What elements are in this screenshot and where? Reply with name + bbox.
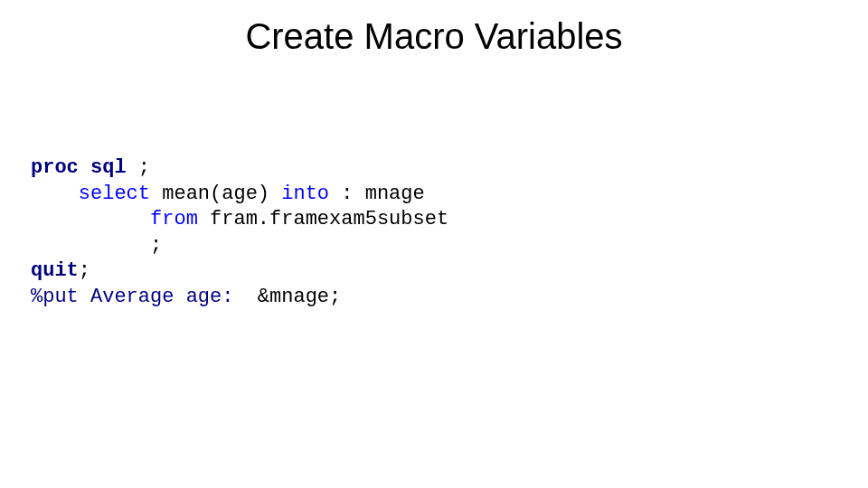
kw-from: from — [150, 208, 198, 230]
kw-quit: quit — [31, 259, 79, 282]
semicolon: ; — [150, 234, 162, 257]
macro-put: %put — [31, 286, 79, 308]
macro-var: : mnage — [329, 183, 425, 205]
kw-proc: proc — [31, 156, 79, 179]
slide-title: Create Macro Variables — [0, 16, 868, 57]
kw-select: select — [79, 183, 150, 205]
put-text: Average age: — [79, 286, 258, 308]
dataset-name: fram.framexam5subset — [198, 208, 448, 230]
slide: Create Macro Variables proc sql ; select… — [0, 0, 868, 488]
kw-sql: sql — [90, 156, 127, 179]
code-block: proc sql ; select mean(age) into : mnage… — [31, 155, 448, 311]
expr-mean: mean(age) — [150, 183, 281, 205]
semicolon: ; — [79, 259, 90, 282]
macro-ref: &mnage; — [258, 286, 341, 308]
kw-into: into — [281, 183, 329, 205]
semicolon: ; — [127, 156, 150, 179]
